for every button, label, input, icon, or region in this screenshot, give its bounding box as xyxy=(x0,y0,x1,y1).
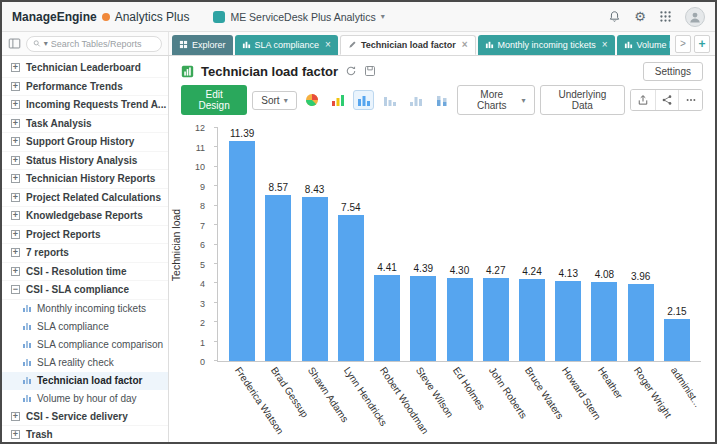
expand-icon[interactable]: + xyxy=(11,119,20,128)
bar-chart-alt2-icon[interactable] xyxy=(405,90,426,110)
sidebar-item-7-reports[interactable]: +7 reports xyxy=(2,244,168,263)
tab-monthly-incoming-tickets[interactable]: Monthly incoming tickets× xyxy=(478,35,615,55)
share-icon[interactable] xyxy=(655,90,679,110)
tab-volume-by-hour-of-day[interactable]: Volume by hour of day× xyxy=(617,35,671,55)
expand-icon[interactable]: + xyxy=(11,267,20,276)
bar[interactable] xyxy=(483,278,509,361)
panel-icon[interactable] xyxy=(8,37,21,50)
close-icon[interactable]: × xyxy=(462,40,468,50)
export-icon[interactable] xyxy=(631,90,655,110)
x-category-slot: Shawn Adams xyxy=(296,362,332,444)
bar[interactable] xyxy=(555,281,581,361)
bar[interactable] xyxy=(664,319,690,361)
tab-technician-load-factor[interactable]: Technician load factor× xyxy=(340,35,476,55)
sidebar-item-csi-sla-compliance[interactable]: −CSI - SLA compliance xyxy=(2,281,168,300)
workspace-selector[interactable]: ME ServiceDesk Plus Analytics ▾ xyxy=(213,11,384,23)
sidebar-item-trash[interactable]: +Trash xyxy=(2,426,168,442)
bar[interactable] xyxy=(302,197,328,361)
expand-icon[interactable]: + xyxy=(11,430,20,439)
pie-chart-icon[interactable] xyxy=(302,90,323,110)
sidebar-item-csi-resolution-time[interactable]: +CSI - Resolution time xyxy=(2,263,168,282)
bell-icon[interactable] xyxy=(608,10,621,23)
colored-bar-chart-icon[interactable] xyxy=(328,90,349,110)
bar-value-label: 4.24 xyxy=(522,266,541,277)
expand-icon[interactable]: + xyxy=(11,230,20,239)
sidebar-item-incoming-requests-trend-a[interactable]: +Incoming Requests Trend A... xyxy=(2,96,168,115)
bar[interactable] xyxy=(591,282,617,361)
y-tick-label: 1 xyxy=(200,338,205,348)
sidebar-item-project-reports[interactable]: +Project Reports xyxy=(2,226,168,245)
expand-icon[interactable]: + xyxy=(11,156,20,165)
bar[interactable] xyxy=(447,278,473,361)
y-tick-mark xyxy=(214,282,218,283)
bar-chart-icon xyxy=(22,393,32,405)
y-tick-label: 0 xyxy=(200,357,205,367)
tab-sla-compliance[interactable]: SLA compliance× xyxy=(235,35,338,55)
bar-chart-alt1-icon[interactable] xyxy=(379,90,400,110)
settings-button[interactable]: Settings xyxy=(643,62,703,81)
sidebar-report-monthly-incoming-tickets[interactable]: Monthly incoming tickets xyxy=(2,300,168,318)
bar[interactable] xyxy=(374,275,400,361)
report-icon xyxy=(181,65,194,78)
bar[interactable] xyxy=(338,215,364,361)
expand-icon[interactable]: + xyxy=(11,412,20,421)
refresh-icon[interactable] xyxy=(345,65,357,77)
sidebar-item-knowledgebase-reports[interactable]: +Knowledgebase Reports xyxy=(2,207,168,226)
new-tab-button[interactable]: + xyxy=(694,35,710,53)
sidebar-item-technician-history-reports[interactable]: +Technician History Reports xyxy=(2,170,168,189)
underlying-data-button[interactable]: Underlying Data xyxy=(540,85,626,115)
bar-chart-icon[interactable] xyxy=(353,90,374,110)
expand-icon[interactable]: + xyxy=(11,193,20,202)
more-options-icon[interactable] xyxy=(678,90,702,110)
expand-icon[interactable]: + xyxy=(11,137,20,146)
save-icon[interactable] xyxy=(364,65,376,77)
sidebar-report-sla-compliance-comparison[interactable]: SLA compliance comparison xyxy=(2,336,168,354)
expand-icon[interactable]: + xyxy=(11,248,20,257)
sidebar-report-sla-compliance[interactable]: SLA compliance xyxy=(2,318,168,336)
bar[interactable] xyxy=(229,141,255,361)
sidebar-item-performance-trends[interactable]: +Performance Trends xyxy=(2,78,168,97)
sidebar-report-volume-by-hour-of-day[interactable]: Volume by hour of day xyxy=(2,390,168,408)
search-scope-caret-icon[interactable]: ▾ xyxy=(44,39,48,48)
sidebar-item-status-history-analysis[interactable]: +Status History Analysis xyxy=(2,152,168,171)
gear-icon[interactable]: ⚙ xyxy=(634,10,646,23)
expand-icon[interactable]: + xyxy=(11,174,20,183)
chevron-down-icon: ▾ xyxy=(284,96,288,105)
sidebar-item-csi-service-delivery[interactable]: +CSI - Service delivery xyxy=(2,408,168,427)
sidebar-report-sla-reality-check[interactable]: SLA reality check xyxy=(2,354,168,372)
sidebar-item-task-analysis[interactable]: +Task Analysis xyxy=(2,115,168,134)
sidebar-item-support-group-history[interactable]: +Support Group History xyxy=(2,133,168,152)
chart: Technician load 0123456789101112 11.398.… xyxy=(169,114,715,442)
search-input[interactable] xyxy=(51,39,155,49)
sidebar-report-label: Technician load factor xyxy=(37,375,142,386)
x-category-label: administ... xyxy=(669,365,701,409)
bar[interactable] xyxy=(628,284,654,361)
sort-button[interactable]: Sort ▾ xyxy=(252,91,296,110)
sidebar-item-label: Support Group History xyxy=(26,136,134,147)
bar[interactable] xyxy=(265,195,291,361)
sidebar-item-technician-leaderboard[interactable]: +Technician Leaderboard xyxy=(2,59,168,78)
bar[interactable] xyxy=(519,279,545,361)
tab-explorer[interactable]: Explorer xyxy=(172,35,233,55)
expand-icon[interactable]: + xyxy=(11,211,20,220)
collapse-icon[interactable]: − xyxy=(11,285,20,294)
sidebar-report-technician-load-factor[interactable]: Technician load factor xyxy=(2,372,168,390)
stacked-bar-chart-icon[interactable] xyxy=(431,90,452,110)
y-tick-mark xyxy=(214,224,218,225)
edit-design-button[interactable]: Edit Design xyxy=(181,85,247,115)
sidebar-item-project-related-calculations[interactable]: +Project Related Calculations xyxy=(2,189,168,208)
close-icon[interactable]: × xyxy=(325,40,331,50)
bar[interactable] xyxy=(410,276,436,361)
sidebar-report-label: Monthly incoming tickets xyxy=(37,303,146,314)
expand-icon[interactable]: + xyxy=(11,100,20,109)
avatar[interactable] xyxy=(685,7,705,27)
expand-icon[interactable]: + xyxy=(11,82,20,91)
expand-icon[interactable]: + xyxy=(11,63,20,72)
search-box[interactable]: ▾ xyxy=(26,36,162,52)
share-export-group xyxy=(630,89,703,111)
more-charts-button[interactable]: More Charts ▾ xyxy=(457,85,535,115)
tab-scroll-right-button[interactable]: > xyxy=(675,35,691,53)
close-icon[interactable]: × xyxy=(602,40,608,50)
apps-grid-icon[interactable] xyxy=(659,10,672,23)
y-tick-mark xyxy=(214,244,218,245)
